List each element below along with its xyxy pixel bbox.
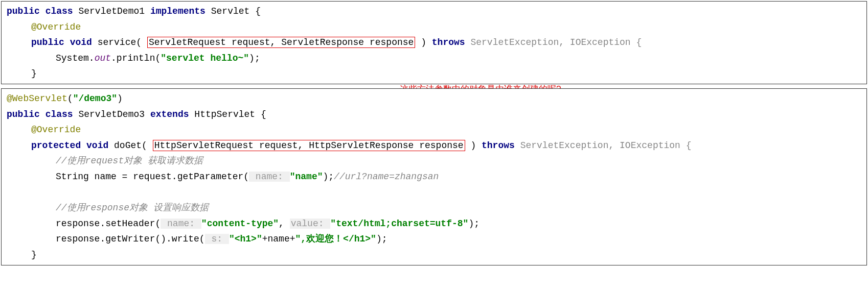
- code-block-2: @WebServlet("/demo3") public class Servl…: [1, 88, 867, 265]
- keyword-public: public: [7, 109, 40, 119]
- param-hint: name:: [161, 219, 201, 229]
- annotation-webservlet: @WebServlet: [7, 93, 67, 104]
- keyword-extends: extends: [150, 109, 189, 119]
- code-line: response.setHeader( name: "content-type"…: [7, 216, 861, 232]
- method-name: service(: [98, 37, 142, 47]
- code-line: @Override: [7, 19, 861, 35]
- class-name: ServletDemo1: [78, 6, 150, 16]
- keyword-throws: throws: [482, 140, 515, 151]
- string-literal: ",欢迎您！</h1>": [295, 234, 376, 244]
- string-literal: "/demo3": [73, 93, 117, 104]
- annotation-override: @Override: [31, 22, 81, 32]
- code-text: );: [376, 234, 387, 244]
- param-hint: value:: [290, 219, 331, 229]
- keyword-protected: protected: [31, 140, 81, 151]
- paren: (: [67, 93, 73, 104]
- annotation-override: @Override: [31, 125, 81, 135]
- string-literal: "name": [290, 172, 323, 182]
- close-brace: }: [7, 247, 861, 263]
- exception-types: ServletException, IOException {: [470, 37, 642, 47]
- class-name: ServletDemo3: [78, 109, 150, 119]
- code-line: public void service( ServletRequest requ…: [7, 35, 861, 51]
- comment: //使用request对象 获取请求数据: [56, 156, 203, 166]
- close-brace: }: [7, 66, 861, 82]
- string-literal: "text/html;charset=utf-8": [330, 219, 468, 229]
- keyword-class: class: [45, 109, 73, 119]
- highlighted-params-2: HttpServletRequest request, HttpServletR…: [153, 140, 465, 151]
- string-literal: "<h1>": [229, 234, 262, 244]
- code-text: String name = request.getParameter(: [56, 172, 249, 182]
- code-text: response.getWriter().write(: [56, 234, 205, 244]
- param-hint: name:: [249, 172, 290, 182]
- field-out: out: [95, 53, 111, 63]
- paren-close: ): [421, 37, 432, 47]
- keyword-void: void: [86, 140, 108, 151]
- paren-close: ): [470, 140, 482, 151]
- comment: //使用response对象 设置响应数据: [56, 203, 209, 213]
- param-hint: s:: [205, 234, 229, 244]
- code-line: protected void doGet( HttpServletRequest…: [7, 138, 861, 154]
- code-line: //使用response对象 设置响应数据: [7, 200, 861, 216]
- code-line: @Override: [7, 122, 861, 138]
- code-text: );: [323, 172, 334, 182]
- keyword-class: class: [45, 6, 73, 16]
- code-text: );: [249, 53, 260, 63]
- exception-types: ServletException, IOException {: [520, 140, 692, 151]
- string-literal: "servlet hello~": [161, 53, 249, 63]
- code-text: +name+: [262, 234, 295, 244]
- code-text: response.setHeader(: [56, 219, 161, 229]
- code-line: System.out.println("servlet hello~");: [7, 51, 861, 66]
- code-text: .println(: [111, 53, 161, 63]
- code-line: public class ServletDemo3 extends HttpSe…: [7, 107, 861, 123]
- keyword-public: public: [31, 37, 64, 47]
- keyword-public: public: [7, 6, 40, 16]
- code-line: @WebServlet("/demo3"): [7, 91, 861, 107]
- code-text: );: [468, 219, 479, 229]
- type-name: HttpServlet {: [194, 109, 266, 119]
- code-text: ,: [279, 219, 290, 229]
- code-text: System.: [56, 53, 95, 63]
- paren: ): [117, 93, 123, 104]
- comment: //url?name=zhangsan: [334, 172, 439, 182]
- keyword-throws: throws: [432, 37, 465, 47]
- code-block-1: public class ServletDemo1 implements Ser…: [1, 1, 867, 84]
- code-line: public class ServletDemo1 implements Ser…: [7, 4, 861, 19]
- highlighted-params-1: ServletRequest request, ServletResponse …: [147, 37, 415, 48]
- string-literal: "content-type": [201, 219, 279, 229]
- type-name: Servlet {: [211, 6, 261, 16]
- code-line: String name = request.getParameter( name…: [7, 169, 861, 185]
- code-line: //使用request对象 获取请求数据: [7, 153, 861, 169]
- blank-line: [7, 185, 861, 201]
- keyword-void: void: [70, 37, 92, 47]
- method-name: doGet(: [114, 140, 147, 151]
- keyword-implements: implements: [150, 6, 205, 16]
- code-line: response.getWriter().write( s: "<h1>"+na…: [7, 231, 861, 247]
